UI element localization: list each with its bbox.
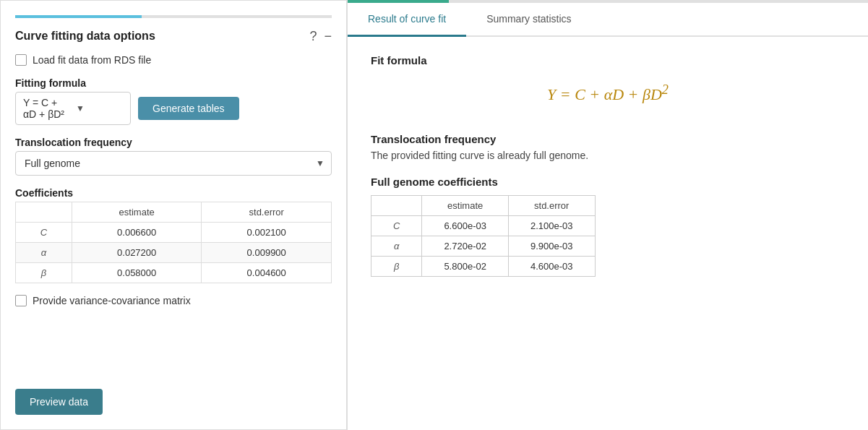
fit-formula-label: Fit formula xyxy=(371,54,845,66)
right-coeff-row: C 6.600e-03 2.100e-03 xyxy=(371,216,596,236)
left-coeff-estimate: 0.006600 xyxy=(72,223,202,243)
preview-data-button[interactable]: Preview data xyxy=(15,389,103,415)
header-icons: ? − xyxy=(309,30,332,43)
right-coeff-symbol: α xyxy=(371,236,422,257)
transloc-label-right: Translocation frequency xyxy=(371,133,845,145)
variance-checkbox[interactable] xyxy=(15,295,27,306)
fit-formula-section: Fit formula Y = C + αD + βD2 xyxy=(371,54,845,119)
transloc-label-left: Translocation frequency xyxy=(15,137,332,148)
minimize-icon[interactable]: − xyxy=(324,30,332,43)
left-coeff-stderr: 0.002100 xyxy=(202,223,332,243)
left-coeff-estimate: 0.027200 xyxy=(72,243,202,263)
transloc-section-right: Translocation frequency The provided fit… xyxy=(371,133,845,161)
left-coeff-stderr: 0.004600 xyxy=(202,263,332,283)
panel-title: Curve fitting data options xyxy=(15,30,155,43)
formula-display: Y = C + αD + βD2 xyxy=(371,75,845,119)
load-fit-row: Load fit data from RDS file xyxy=(15,54,332,66)
formula-select-value: Y = C + αD + βD² xyxy=(23,97,70,120)
coeff-table-left: estimate std.error C 0.006600 0.002100 α… xyxy=(15,202,332,283)
coeff-table-right: estimate std.error C 6.600e-03 2.100e-03… xyxy=(371,195,596,277)
tab-result-curve-fit[interactable]: Result of curve fit xyxy=(348,3,466,37)
coefficients-label: Coefficients xyxy=(15,187,332,199)
right-coeff-estimate: 5.800e-02 xyxy=(422,257,509,277)
left-coeff-row: β 0.058000 0.004600 xyxy=(16,263,332,283)
load-fit-label: Load fit data from RDS file xyxy=(33,54,151,66)
right-coeff-symbol: β xyxy=(371,257,422,277)
formula-dropdown-arrow: ▼ xyxy=(76,103,123,113)
transloc-select-wrap: Full genome ▼ xyxy=(15,151,332,176)
help-icon[interactable]: ? xyxy=(309,30,317,43)
load-fit-checkbox[interactable] xyxy=(15,54,27,66)
right-coeff-stderr: 9.900e-03 xyxy=(508,236,595,257)
right-coeff-stderr: 4.600e-03 xyxy=(508,257,595,277)
right-content: Fit formula Y = C + αD + βD2 Translocati… xyxy=(348,37,868,294)
right-panel: Result of curve fit Summary statistics F… xyxy=(347,0,868,430)
formula-select[interactable]: Y = C + αD + βD² ▼ xyxy=(15,92,131,125)
right-coeff-header-empty xyxy=(371,196,422,216)
right-coeff-header-stderr: std.error xyxy=(508,196,595,216)
transloc-select[interactable]: Full genome xyxy=(15,151,332,176)
left-coeff-row: C 0.006600 0.002100 xyxy=(16,223,332,243)
right-coeff-row: α 2.720e-02 9.900e-03 xyxy=(371,236,596,257)
formula-math: Y = C + αD + βD2 xyxy=(547,85,669,103)
fitting-formula-section: Fitting formula Y = C + αD + βD² ▼ Gener… xyxy=(15,77,332,125)
variance-row: Provide variance-covariance matrix xyxy=(15,295,332,306)
coeff-header-stderr: std.error xyxy=(202,202,332,223)
panel-header: Curve fitting data options ? − xyxy=(15,30,332,43)
right-coeff-estimate: 6.600e-03 xyxy=(422,216,509,236)
variance-label: Provide variance-covariance matrix xyxy=(33,295,191,306)
tabs-bar: Result of curve fit Summary statistics xyxy=(348,3,868,37)
formula-row: Y = C + αD + βD² ▼ Generate tables xyxy=(15,92,332,125)
transloc-text-right: The provided fitting curve is already fu… xyxy=(371,150,845,161)
coeff-section-right: Full genome coefficients estimate std.er… xyxy=(371,176,845,277)
right-coeff-symbol: C xyxy=(371,216,422,236)
right-coeff-stderr: 2.100e-03 xyxy=(508,216,595,236)
left-panel: Curve fitting data options ? − Load fit … xyxy=(0,0,347,430)
right-coeff-row: β 5.800e-02 4.600e-03 xyxy=(371,257,596,277)
left-coeff-estimate: 0.058000 xyxy=(72,263,202,283)
tab-summary-statistics[interactable]: Summary statistics xyxy=(466,3,591,37)
left-coeff-row: α 0.027200 0.009900 xyxy=(16,243,332,263)
right-coeff-header-estimate: estimate xyxy=(422,196,509,216)
left-coeff-symbol: α xyxy=(16,243,72,263)
transloc-section-left: Translocation frequency Full genome ▼ xyxy=(15,137,332,176)
left-coeff-symbol: β xyxy=(16,263,72,283)
coeff-header-empty xyxy=(16,202,72,223)
coefficients-section: Coefficients estimate std.error C 0.0066… xyxy=(15,187,332,283)
top-progress-bar xyxy=(15,15,332,18)
coeff-section-label-right: Full genome coefficients xyxy=(371,176,845,188)
generate-tables-button[interactable]: Generate tables xyxy=(138,97,239,120)
left-coeff-stderr: 0.009900 xyxy=(202,243,332,263)
left-coeff-symbol: C xyxy=(16,223,72,243)
coeff-header-estimate: estimate xyxy=(72,202,202,223)
fitting-formula-label: Fitting formula xyxy=(15,77,332,89)
right-coeff-estimate: 2.720e-02 xyxy=(422,236,509,257)
